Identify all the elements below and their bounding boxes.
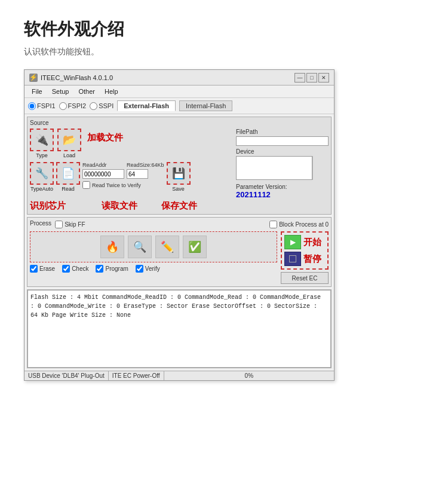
verify-icon-wrap: ✅	[183, 236, 207, 258]
param-version-value: 20211112	[236, 190, 271, 199]
callout-read: 读取文件	[102, 200, 137, 212]
start-stop-box: ▶ 开始 暂停	[281, 231, 329, 270]
load-button-wrap: 📂 Load	[57, 129, 81, 158]
block-process-label[interactable]: Block Process at 0	[269, 221, 329, 228]
process-icons-area: 🔥 🔍 ✏️ ✅	[30, 231, 277, 262]
load-label: Load	[63, 152, 75, 158]
progress-status: 0%	[164, 371, 334, 380]
erase-check[interactable]: Erase	[30, 265, 55, 273]
type-button-wrap: 🔌 Type	[30, 129, 54, 158]
process-right: ▶ 开始 暂停 Reset EC	[281, 231, 329, 284]
page-title: 软件外观介绍	[24, 18, 424, 41]
read-addr-label: ReadAddr	[82, 162, 124, 168]
save-label: Save	[172, 186, 185, 192]
filepath-input[interactable]	[236, 136, 329, 146]
read-button-wrap: 📄 Read	[56, 162, 80, 192]
radio-fspi1[interactable]: FSPI1	[28, 102, 56, 110]
title-bar: ⚡ ITEEC_WinFlash 4.0.1.0 — □ ✕	[24, 70, 334, 85]
menu-help[interactable]: Help	[100, 87, 123, 96]
param-version: Parameter Version: 20211112	[236, 184, 329, 199]
type-label: Type	[36, 152, 48, 158]
menu-setup[interactable]: Setup	[47, 87, 74, 96]
stop-square-icon	[289, 255, 296, 262]
block-process-checkbox[interactable]	[269, 221, 277, 228]
close-button[interactable]: ✕	[318, 73, 329, 82]
tab-external-flash[interactable]: External-Flash	[117, 100, 176, 111]
application-window: ⚡ ITEEC_WinFlash 4.0.1.0 — □ ✕ File Setu…	[24, 69, 335, 381]
title-bar-controls[interactable]: — □ ✕	[294, 73, 329, 82]
program-button[interactable]: ✏️	[155, 236, 179, 258]
callout-load: 加载文件	[87, 132, 123, 143]
menu-file[interactable]: File	[27, 87, 47, 96]
stop-btn-row: 暂停	[284, 252, 325, 266]
callout-typeauto: 识别芯片	[30, 200, 66, 212]
device-box[interactable]	[236, 156, 312, 180]
read-label: Read	[62, 186, 75, 192]
filepath-label: FilePath	[236, 129, 329, 135]
callout-save: 保存文件	[161, 200, 197, 212]
read-twice-row: Read Twice to Verify	[82, 181, 164, 189]
read-button[interactable]: 📄	[56, 162, 80, 185]
erase-button[interactable]: 🔥	[100, 236, 124, 258]
device-section: Device	[236, 148, 329, 180]
load-button[interactable]: 📂	[57, 129, 81, 151]
source-label: Source	[30, 120, 329, 126]
radio-fspi2[interactable]: FSPI2	[59, 102, 87, 110]
check-icon-wrap: 🔍	[128, 236, 152, 258]
start-btn-row: ▶ 开始	[284, 235, 325, 249]
typeauto-button-wrap: 🔧 TypeAuto	[30, 162, 54, 192]
verify-button[interactable]: ✅	[183, 236, 207, 258]
program-icon-wrap: ✏️	[155, 236, 179, 258]
program-check[interactable]: Program	[96, 265, 128, 273]
window-title: ITEEC_WinFlash 4.0.1.0	[41, 74, 113, 81]
status-bar: USB Device 'DLB4' Plug-Out ITE EC Power-…	[24, 371, 334, 380]
log-container: Flash Size : 4 Mbit CommandMode_ReadID :…	[27, 289, 332, 368]
skip-ff-checkbox[interactable]	[55, 221, 63, 228]
source-section: Source 🔌 Type 📂 Load 加载文件	[27, 117, 332, 215]
app-icon: ⚡	[29, 74, 38, 82]
start-button[interactable]: ▶	[284, 235, 301, 249]
start-label: 开始	[303, 237, 321, 248]
process-checks-bottom: Erase Check Program Verify	[30, 265, 277, 273]
read-addr-group: ReadAddr	[82, 162, 124, 179]
read-twice-label: Read Twice to Verify	[92, 182, 141, 188]
check-check[interactable]: Check	[62, 265, 88, 273]
param-version-label: Parameter Version:	[236, 184, 287, 190]
reset-ec-button[interactable]: Reset EC	[281, 272, 329, 284]
process-section: Process Skip FF Block Process at 0	[27, 217, 332, 287]
main-area: Source 🔌 Type 📂 Load 加载文件	[24, 114, 334, 371]
source-col-right: FilePath Device Parameter Version: 20211…	[236, 129, 329, 199]
save-button-wrap: 💾 Save	[167, 162, 191, 192]
usb-status: USB Device 'DLB4' Plug-Out	[24, 371, 109, 380]
page-subtitle: 认识软件功能按钮。	[24, 47, 424, 57]
save-button[interactable]: 💾	[167, 162, 191, 185]
device-label: Device	[236, 148, 329, 155]
log-area[interactable]: Flash Size : 4 Mbit CommandMode_ReadID :…	[27, 290, 331, 368]
read-size-input[interactable]	[127, 169, 148, 179]
minimize-button[interactable]: —	[294, 73, 305, 82]
stop-button[interactable]	[284, 252, 301, 266]
device-scrollbar[interactable]	[312, 156, 320, 180]
read-twice-checkbox[interactable]	[82, 181, 90, 189]
pause-label: 暂停	[303, 253, 321, 265]
typeauto-label: TypeAuto	[30, 186, 53, 192]
maximize-button[interactable]: □	[306, 73, 317, 82]
verify-check[interactable]: Verify	[136, 265, 160, 273]
tab-internal-flash[interactable]: Internal-Flash	[179, 100, 232, 111]
process-header: Process Skip FF Block Process at 0	[30, 220, 329, 229]
read-addr-input[interactable]	[82, 169, 124, 179]
typeauto-button[interactable]: 🔧	[30, 162, 54, 185]
source-col-left: 🔌 Type 📂 Load 加载文件 🔧 TypeAuto	[30, 129, 232, 199]
process-label: Process	[30, 220, 51, 227]
skip-ff-label[interactable]: Skip FF	[55, 221, 85, 228]
type-button[interactable]: 🔌	[30, 129, 54, 151]
menu-other[interactable]: Other	[73, 87, 100, 96]
radio-sspi[interactable]: SSPI	[90, 102, 113, 110]
check-button[interactable]: 🔍	[128, 236, 152, 258]
erase-icon-wrap: 🔥	[100, 236, 124, 258]
power-status: ITE EC Power-Off	[109, 371, 164, 380]
read-size-group: ReadSize:64Kb	[127, 162, 164, 179]
read-size-label: ReadSize:64Kb	[127, 162, 164, 168]
menu-bar: File Setup Other Help	[24, 85, 334, 98]
toolbar-row: FSPI1 FSPI2 SSPI External-Flash Internal…	[24, 98, 334, 114]
